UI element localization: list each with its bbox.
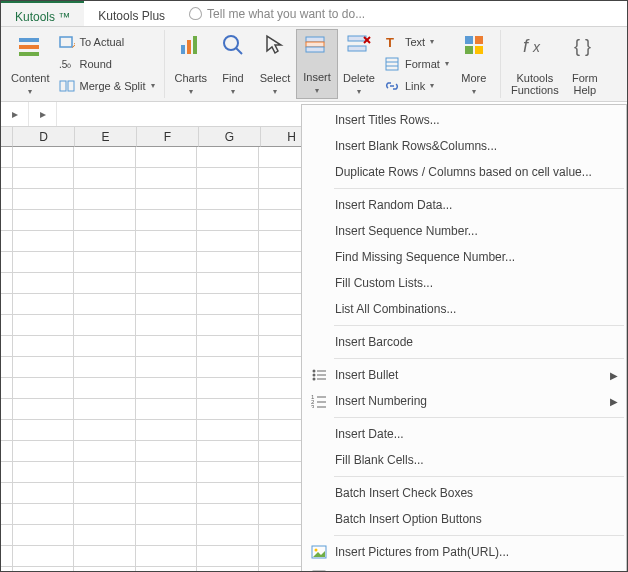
cell[interactable] bbox=[13, 168, 74, 189]
cell[interactable] bbox=[136, 189, 197, 210]
menu-insert-random-data[interactable]: Insert Random Data... bbox=[302, 192, 626, 218]
cell[interactable] bbox=[74, 546, 135, 567]
menu-insert-date[interactable]: Insert Date... bbox=[302, 421, 626, 447]
cell[interactable] bbox=[13, 420, 74, 441]
menu-batch-checkboxes[interactable]: Batch Insert Check Boxes bbox=[302, 480, 626, 506]
cell[interactable] bbox=[74, 441, 135, 462]
cell[interactable] bbox=[197, 147, 258, 168]
cell[interactable] bbox=[13, 315, 74, 336]
cell[interactable] bbox=[74, 420, 135, 441]
cell[interactable] bbox=[136, 231, 197, 252]
cell[interactable] bbox=[74, 504, 135, 525]
cell[interactable] bbox=[136, 315, 197, 336]
cell[interactable] bbox=[136, 546, 197, 567]
cell[interactable] bbox=[136, 399, 197, 420]
menu-insert-sequence-number[interactable]: Insert Sequence Number... bbox=[302, 218, 626, 244]
cell[interactable] bbox=[197, 294, 258, 315]
cell[interactable] bbox=[136, 252, 197, 273]
insert-button[interactable]: Insert▾ bbox=[296, 29, 338, 99]
cell[interactable] bbox=[136, 273, 197, 294]
cell[interactable] bbox=[197, 546, 258, 567]
tell-me-search[interactable]: Tell me what you want to do... bbox=[189, 1, 365, 26]
cell[interactable] bbox=[197, 189, 258, 210]
cell[interactable] bbox=[197, 210, 258, 231]
cell[interactable] bbox=[136, 168, 197, 189]
text-button[interactable]: T Text ▾ bbox=[380, 31, 453, 53]
cell[interactable] bbox=[197, 462, 258, 483]
menu-list-all-combinations[interactable]: List All Combinations... bbox=[302, 296, 626, 322]
cell[interactable] bbox=[13, 294, 74, 315]
find-button[interactable]: Find▾ bbox=[212, 29, 254, 99]
cell[interactable] bbox=[13, 462, 74, 483]
cell[interactable] bbox=[74, 231, 135, 252]
cell[interactable] bbox=[197, 525, 258, 546]
cell[interactable] bbox=[197, 168, 258, 189]
cell[interactable] bbox=[136, 210, 197, 231]
cell[interactable] bbox=[74, 567, 135, 572]
cell[interactable] bbox=[13, 378, 74, 399]
cell[interactable] bbox=[74, 378, 135, 399]
charts-button[interactable]: Charts▾ bbox=[170, 29, 212, 99]
col-header[interactable]: F bbox=[137, 127, 199, 147]
cell[interactable] bbox=[13, 231, 74, 252]
menu-fill-blank-cells[interactable]: Fill Blank Cells... bbox=[302, 447, 626, 473]
cell[interactable] bbox=[136, 294, 197, 315]
menu-insert-watermark[interactable]: Insert Watermark... bbox=[302, 565, 626, 572]
cell[interactable] bbox=[74, 483, 135, 504]
cell[interactable] bbox=[13, 210, 74, 231]
cell[interactable] bbox=[197, 483, 258, 504]
menu-find-missing-sequence[interactable]: Find Missing Sequence Number... bbox=[302, 244, 626, 270]
cell[interactable] bbox=[13, 147, 74, 168]
cell[interactable] bbox=[13, 189, 74, 210]
cell[interactable] bbox=[197, 504, 258, 525]
cell[interactable] bbox=[13, 504, 74, 525]
more-button[interactable]: More▾ bbox=[453, 29, 495, 99]
cell[interactable] bbox=[136, 525, 197, 546]
cell[interactable] bbox=[136, 462, 197, 483]
formula-helper-button[interactable]: { } Form Help bbox=[564, 29, 606, 99]
cell[interactable] bbox=[197, 378, 258, 399]
cell[interactable] bbox=[136, 147, 197, 168]
select-button[interactable]: Select▾ bbox=[254, 29, 296, 99]
cell[interactable] bbox=[197, 567, 258, 572]
format-button[interactable]: Format ▾ bbox=[380, 53, 453, 75]
menu-insert-titles-rows[interactable]: Insert Titles Rows... bbox=[302, 107, 626, 133]
col-header[interactable]: E bbox=[75, 127, 137, 147]
cell[interactable] bbox=[13, 273, 74, 294]
to-actual-button[interactable]: ↗ To Actual bbox=[55, 31, 159, 53]
fbar-btn-1[interactable]: ▸ bbox=[1, 102, 29, 126]
col-header[interactable]: G bbox=[199, 127, 261, 147]
cell[interactable] bbox=[74, 357, 135, 378]
kutools-functions-button[interactable]: fx Kutools Functions bbox=[506, 29, 564, 99]
cell[interactable] bbox=[74, 252, 135, 273]
cell[interactable] bbox=[74, 462, 135, 483]
cell[interactable] bbox=[13, 546, 74, 567]
cell[interactable] bbox=[74, 273, 135, 294]
merge-split-button[interactable]: Merge & Split ▾ bbox=[55, 75, 159, 97]
menu-insert-pictures-url[interactable]: Insert Pictures from Path(URL)... bbox=[302, 539, 626, 565]
col-header[interactable]: D bbox=[13, 127, 75, 147]
cell[interactable] bbox=[13, 252, 74, 273]
cell[interactable] bbox=[13, 357, 74, 378]
cell[interactable] bbox=[74, 294, 135, 315]
cell[interactable] bbox=[13, 399, 74, 420]
menu-batch-option-buttons[interactable]: Batch Insert Option Buttons bbox=[302, 506, 626, 532]
fbar-btn-2[interactable]: ▸ bbox=[29, 102, 57, 126]
content-button[interactable]: Content▾ bbox=[6, 29, 55, 99]
cell[interactable] bbox=[197, 336, 258, 357]
cell[interactable] bbox=[136, 504, 197, 525]
menu-insert-barcode[interactable]: Insert Barcode bbox=[302, 329, 626, 355]
cell[interactable] bbox=[197, 315, 258, 336]
cell[interactable] bbox=[136, 483, 197, 504]
menu-fill-custom-lists[interactable]: Fill Custom Lists... bbox=[302, 270, 626, 296]
cell[interactable] bbox=[13, 567, 74, 572]
tab-kutools-plus[interactable]: Kutools Plus bbox=[84, 1, 179, 26]
cell[interactable] bbox=[197, 231, 258, 252]
cell[interactable] bbox=[197, 420, 258, 441]
link-button[interactable]: Link ▾ bbox=[380, 75, 453, 97]
cell[interactable] bbox=[74, 336, 135, 357]
tab-kutools[interactable]: Kutools ™ bbox=[1, 1, 84, 26]
cell[interactable] bbox=[197, 357, 258, 378]
menu-insert-numbering[interactable]: 123 Insert Numbering▶ bbox=[302, 388, 626, 414]
cell[interactable] bbox=[136, 378, 197, 399]
